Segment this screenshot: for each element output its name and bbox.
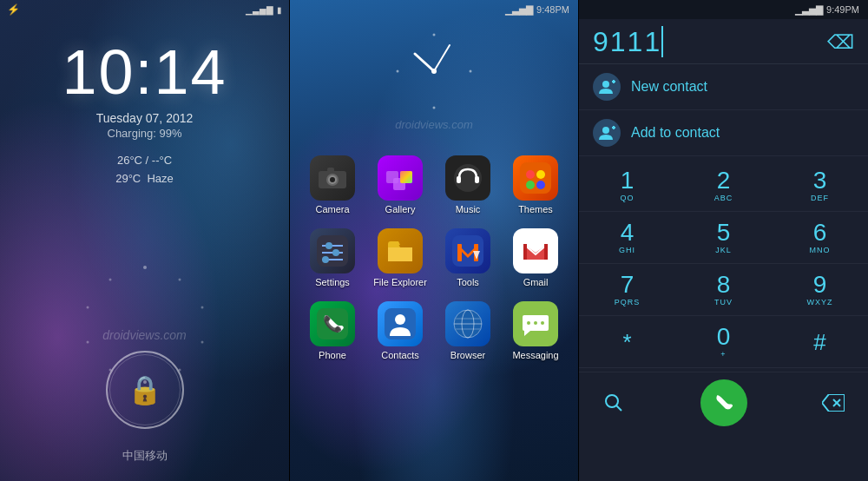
messaging-label: Messaging: [512, 350, 558, 360]
gmail-label: Gmail: [523, 277, 549, 287]
app-browser[interactable]: Browser: [434, 294, 502, 367]
svg-rect-27: [457, 176, 461, 183]
svg-point-70: [606, 395, 618, 407]
svg-rect-28: [475, 176, 479, 183]
phone-label: Phone: [319, 350, 346, 360]
svg-point-38: [332, 249, 339, 256]
key-star[interactable]: *: [579, 316, 675, 368]
svg-point-1: [178, 279, 181, 281]
app-camera[interactable]: Camera: [299, 148, 366, 221]
dialer-search-button[interactable]: [596, 385, 631, 420]
svg-point-12: [433, 107, 436, 109]
key-5[interactable]: 5 JKL: [675, 212, 772, 264]
svg-rect-48: [523, 244, 527, 260]
browser-icon: [445, 301, 490, 346]
app-themes[interactable]: Themes: [502, 148, 569, 221]
dialer-time: 9:49PM: [826, 4, 859, 16]
battery-icon: ▮: [277, 5, 282, 15]
new-contact-option[interactable]: New contact: [579, 64, 868, 110]
key-6-sub: MNO: [810, 246, 831, 254]
camera-label: Camera: [315, 204, 349, 214]
dialer-bottom-bar: [579, 372, 868, 433]
lock-time: 10:14: [62, 36, 227, 108]
home-status-right: ▁▃▅▇ 9:48PM: [505, 4, 569, 16]
key-6[interactable]: 6 MNO: [772, 212, 868, 264]
svg-rect-25: [400, 171, 412, 183]
key-9-main: 9: [813, 273, 827, 297]
key-5-sub: JKL: [715, 246, 732, 254]
key-7[interactable]: 7 PQRS: [579, 264, 675, 316]
app-settings[interactable]: Settings: [299, 221, 366, 294]
key-0-main: 0: [717, 325, 731, 349]
add-to-contact-label: Add to contact: [631, 125, 720, 141]
app-messaging[interactable]: Messaging: [502, 294, 569, 367]
key-3[interactable]: 3 DEF: [772, 160, 868, 212]
svg-point-67: [602, 127, 609, 134]
lock-content: 10:14 Tuesday 07, 2012 Charging: 99% 26°…: [0, 19, 289, 188]
key-1-main: 1: [621, 168, 635, 193]
dialer-backspace-icon[interactable]: ⌫: [827, 31, 854, 54]
svg-point-11: [470, 70, 472, 73]
contacts-label: Contacts: [381, 350, 418, 360]
app-file-explorer[interactable]: File Explorer: [366, 221, 434, 294]
svg-point-30: [526, 170, 535, 179]
key-8[interactable]: 8 TUV: [675, 264, 772, 316]
key-4[interactable]: 4 GHI: [579, 212, 675, 264]
dialer-delete-button[interactable]: [816, 385, 851, 420]
svg-point-2: [201, 306, 203, 309]
svg-point-64: [602, 81, 609, 88]
app-contacts[interactable]: Contacts: [366, 294, 434, 367]
lock-icon: 🔒: [128, 373, 162, 406]
search-icon: [604, 393, 623, 412]
dialer-status-right: ▁▃▅▇ 9:49PM: [795, 4, 859, 16]
svg-point-8: [86, 306, 89, 309]
key-2-main: 2: [717, 168, 731, 193]
key-8-main: 8: [717, 273, 731, 297]
key-9-sub: WXYZ: [807, 298, 833, 306]
lock-status-bar: ⚡ ▁▃▅▇ ▮: [0, 0, 289, 19]
dialer-options: New contact Add to contact: [579, 64, 868, 156]
key-7-main: 7: [621, 273, 635, 297]
call-icon: [713, 392, 735, 414]
svg-point-62: [534, 321, 537, 325]
key-0[interactable]: 0 +: [675, 316, 772, 368]
new-contact-icon: [593, 73, 621, 101]
signal-icon: ▁▃▅▇: [246, 5, 273, 15]
svg-line-14: [434, 45, 450, 71]
tools-label: Tools: [457, 277, 479, 287]
app-gmail[interactable]: Gmail: [502, 221, 569, 294]
key-0-sub: +: [720, 350, 726, 359]
lock-weather: 26°C / --°C29°C Haze: [115, 152, 174, 188]
svg-point-31: [536, 170, 545, 179]
key-2[interactable]: 2 ABC: [675, 160, 772, 212]
svg-rect-34: [317, 235, 348, 267]
key-9[interactable]: 9 WXYZ: [772, 264, 868, 316]
key-6-main: 6: [813, 221, 827, 245]
app-gallery[interactable]: Gallery: [366, 148, 434, 221]
home-signal-icon: ▁▃▅▇: [505, 4, 533, 16]
dialer-signal-icon: ▁▃▅▇: [795, 4, 823, 16]
add-to-contact-option[interactable]: Add to contact: [579, 110, 868, 156]
key-1[interactable]: 1 QO: [579, 160, 675, 212]
svg-line-15: [415, 54, 434, 71]
svg-point-0: [143, 266, 147, 269]
key-2-sub: ABC: [714, 194, 733, 202]
key-3-sub: DEF: [811, 194, 829, 202]
gallery-icon: [378, 155, 423, 201]
dialer-number-display: 9111​: [593, 26, 663, 58]
svg-point-63: [541, 321, 544, 325]
gallery-label: Gallery: [385, 204, 416, 214]
app-phone[interactable]: 📞 Phone: [299, 294, 366, 367]
home-app-grid-row1: Camera: [290, 140, 578, 367]
app-music[interactable]: Music: [434, 148, 502, 221]
key-hash[interactable]: #: [772, 316, 868, 368]
svg-point-33: [536, 181, 545, 189]
svg-point-61: [527, 321, 530, 325]
settings-label: Settings: [315, 277, 350, 287]
app-tools[interactable]: Tools: [434, 221, 502, 294]
dialer-call-button[interactable]: [700, 379, 747, 426]
lock-ring[interactable]: 🔒: [106, 351, 184, 429]
lock-status-right: ▁▃▅▇ ▮: [246, 5, 282, 15]
svg-line-71: [616, 405, 621, 411]
svg-point-40: [322, 256, 329, 263]
